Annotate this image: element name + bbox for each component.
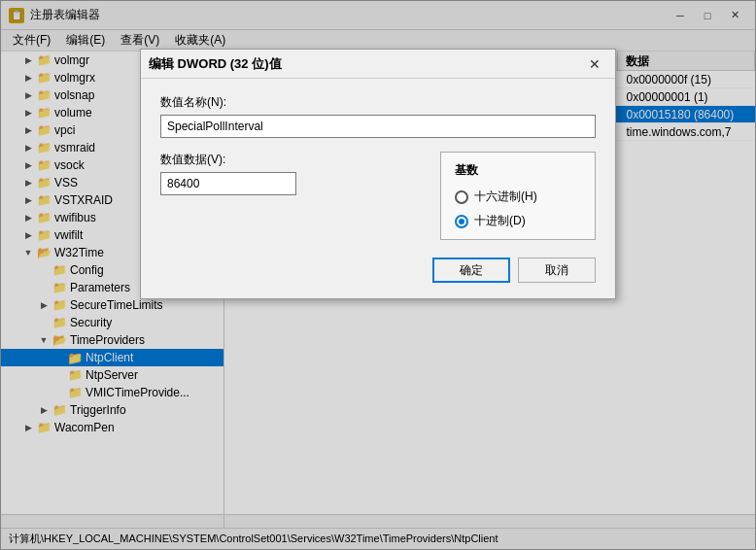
radio-group: 十六进制(H) 十进制(D) — [455, 189, 581, 229]
base-group: 基数 十六进制(H) 十进制(D) — [440, 152, 596, 240]
cancel-button[interactable]: 取消 — [518, 258, 596, 283]
base-label: 基数 — [455, 162, 581, 179]
radio-hex[interactable]: 十六进制(H) — [455, 189, 581, 205]
dialog-buttons: 确定 取消 — [160, 258, 596, 283]
data-label: 数值数据(V): — [160, 152, 421, 168]
dword-dialog: 编辑 DWORD (32 位)值 ✕ 数值名称(N): 数值数据(V): 基数 — [140, 49, 616, 299]
dialog-close-button[interactable]: ✕ — [582, 54, 607, 74]
radio-dec-label: 十进制(D) — [474, 213, 526, 229]
dialog-title-bar: 编辑 DWORD (32 位)值 ✕ — [141, 50, 615, 79]
form-left: 数值数据(V): — [160, 152, 421, 195]
dialog-title: 编辑 DWORD (32 位)值 — [149, 55, 282, 73]
radio-hex-label: 十六进制(H) — [474, 189, 537, 205]
name-label: 数值名称(N): — [160, 94, 596, 111]
data-input[interactable] — [160, 172, 296, 195]
dialog-body: 数值名称(N): 数值数据(V): 基数 十六进制(H) — [141, 79, 615, 298]
radio-dec-circle — [455, 215, 468, 228]
form-data-row: 数值数据(V): 基数 十六进制(H) 十进制(D) — [160, 152, 596, 240]
dialog-overlay: 编辑 DWORD (32 位)值 ✕ 数值名称(N): 数值数据(V): 基数 — [0, 0, 756, 550]
name-input[interactable] — [160, 115, 596, 138]
ok-button[interactable]: 确定 — [432, 258, 510, 283]
radio-dec[interactable]: 十进制(D) — [455, 213, 581, 229]
radio-hex-circle — [455, 190, 468, 204]
